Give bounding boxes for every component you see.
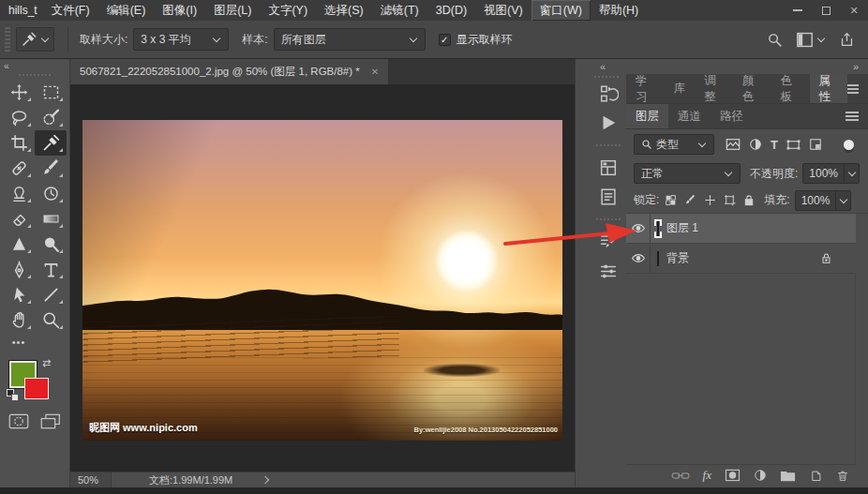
menu-help[interactable]: 帮助(H) [591, 0, 647, 21]
rectangular-marquee-tool[interactable] [35, 80, 67, 105]
background-color-swatch[interactable] [24, 378, 49, 399]
layer-name[interactable]: 图层 1 [666, 220, 698, 236]
path-selection-tool[interactable] [3, 282, 35, 307]
document-tab[interactable]: 5067821_222052851000_2.jpg @ 50% (图层 1, … [70, 59, 388, 84]
layer-row-background[interactable]: 背景 [626, 244, 856, 274]
layer-thumbnail[interactable] [657, 251, 659, 266]
delete-layer-icon[interactable] [836, 469, 849, 483]
lock-artboard-icon[interactable] [724, 194, 736, 206]
filter-adjustment-layers-icon[interactable] [749, 138, 762, 151]
history-brush-tool[interactable] [35, 181, 67, 206]
tab-library[interactable]: 库 [665, 74, 696, 103]
filter-type-dropdown[interactable]: 类型 [634, 134, 714, 155]
fill-field[interactable]: 100% [795, 190, 852, 211]
brush-tool[interactable] [35, 156, 67, 181]
notes-panel-icon[interactable] [598, 187, 619, 207]
eyedropper-tool[interactable] [35, 130, 67, 156]
sharpen-tool[interactable] [3, 232, 35, 257]
quick-mask-icon[interactable] [8, 413, 29, 429]
tab-swatches[interactable]: 色板 [771, 74, 810, 103]
filter-shape-layers-icon[interactable] [786, 139, 801, 151]
collapse-tools-icon[interactable]: « [0, 59, 69, 72]
dodge-tool[interactable] [35, 232, 67, 257]
tab-channels[interactable]: 通道 [668, 104, 711, 128]
lock-all-icon[interactable] [743, 194, 755, 206]
lasso-tool[interactable] [3, 105, 35, 130]
filter-smart-objects-icon[interactable] [809, 138, 822, 151]
menu-edit[interactable]: 编辑(E) [98, 0, 155, 21]
add-layer-mask-icon[interactable] [725, 469, 741, 482]
layer-style-icon[interactable]: fx [703, 468, 711, 483]
collapse-strip-icon[interactable]: « [576, 59, 626, 74]
tab-properties[interactable]: 属性 [810, 74, 848, 103]
canvas[interactable]: 昵图网 www.nipic.com By:wenlijie2008 No.201… [70, 84, 575, 472]
swap-colors-icon[interactable]: ⇄ [42, 357, 51, 369]
quick-selection-tool[interactable] [35, 105, 67, 130]
filter-pixel-layers-icon[interactable] [726, 138, 741, 151]
visibility-toggle[interactable] [626, 214, 651, 243]
clone-stamp-tool[interactable] [3, 181, 35, 206]
spot-healing-brush-tool[interactable] [3, 156, 35, 181]
gradient-tool[interactable] [35, 206, 67, 232]
menu-window[interactable]: 窗口(W) [531, 0, 591, 21]
move-tool[interactable] [3, 80, 35, 105]
layer-comps-panel-icon[interactable] [598, 157, 619, 178]
edit-toolbar-icon[interactable]: ••• [3, 333, 35, 352]
screen-mode-icon[interactable] [40, 413, 61, 429]
tab-paths[interactable]: 路径 [711, 104, 753, 128]
history-panel-icon[interactable] [598, 83, 619, 104]
search-icon[interactable] [767, 32, 783, 48]
options-grip[interactable] [5, 27, 10, 52]
zoom-level-field[interactable]: 50% [70, 472, 112, 487]
zoom-tool[interactable] [35, 307, 67, 333]
sunset-photo[interactable]: 昵图网 www.nipic.com By:wenlijie2008 No.201… [82, 120, 562, 441]
show-sampling-ring-checkbox[interactable]: ✓ [439, 34, 451, 46]
menu-filter[interactable]: 滤镜(T) [372, 0, 427, 21]
tab-learn[interactable]: 学习 [626, 74, 665, 103]
filtering-toggle[interactable] [844, 140, 854, 150]
tab-layers[interactable]: 图层 [626, 104, 668, 128]
layer-row-layer1[interactable]: 图层 1 [626, 214, 856, 244]
line-tool[interactable] [35, 282, 67, 307]
status-options-chevron-icon[interactable] [262, 476, 269, 484]
new-layer-icon[interactable] [809, 469, 823, 483]
panel-menu-icon[interactable] [846, 110, 859, 123]
lock-pixels-icon[interactable] [684, 194, 696, 206]
menu-view[interactable]: 视图(V) [475, 0, 531, 21]
panel-menu-icon[interactable] [847, 82, 859, 96]
visibility-toggle[interactable] [626, 244, 651, 273]
menu-3d[interactable]: 3D(D) [427, 0, 475, 21]
hand-tool[interactable] [3, 307, 35, 333]
actions-panel-icon[interactable] [598, 112, 619, 133]
lock-position-icon[interactable] [704, 194, 716, 206]
menu-image[interactable]: 图像(I) [154, 0, 205, 21]
link-layers-icon[interactable] [671, 470, 690, 482]
tab-adjustments[interactable]: 调整 [695, 74, 733, 103]
tools-drag-handle[interactable] [19, 74, 51, 76]
minimize-button[interactable] [784, 0, 812, 21]
sample-size-dropdown[interactable]: 3 x 3 平均 [133, 28, 229, 51]
opacity-field[interactable]: 100% [802, 163, 860, 184]
lock-transparency-icon[interactable] [665, 194, 677, 206]
blend-mode-dropdown[interactable]: 正常 [634, 163, 741, 184]
menu-select[interactable]: 选择(S) [316, 0, 372, 21]
layer-name[interactable]: 背景 [666, 250, 689, 266]
default-colors-icon[interactable] [7, 389, 19, 401]
menu-file[interactable]: 文件(F) [43, 0, 98, 21]
layers-empty-area[interactable] [626, 274, 856, 465]
tool-presets-panel-icon[interactable] [598, 232, 619, 252]
eraser-tool[interactable] [3, 206, 35, 232]
share-icon[interactable] [839, 31, 855, 48]
menu-layer[interactable]: 图层(L) [205, 0, 260, 21]
tab-color[interactable]: 颜色 [733, 74, 771, 103]
maximize-button[interactable] [812, 0, 840, 21]
close-tab-icon[interactable]: ✕ [371, 67, 379, 77]
workspace-switcher[interactable] [796, 32, 826, 48]
filter-type-layers-icon[interactable]: T [771, 138, 778, 152]
new-group-icon[interactable] [780, 469, 796, 482]
new-adjustment-layer-icon[interactable] [754, 469, 767, 482]
crop-tool[interactable] [3, 130, 35, 156]
type-tool[interactable] [35, 257, 67, 282]
close-button[interactable]: ✕ [840, 0, 868, 21]
brush-settings-panel-icon[interactable] [598, 261, 619, 281]
